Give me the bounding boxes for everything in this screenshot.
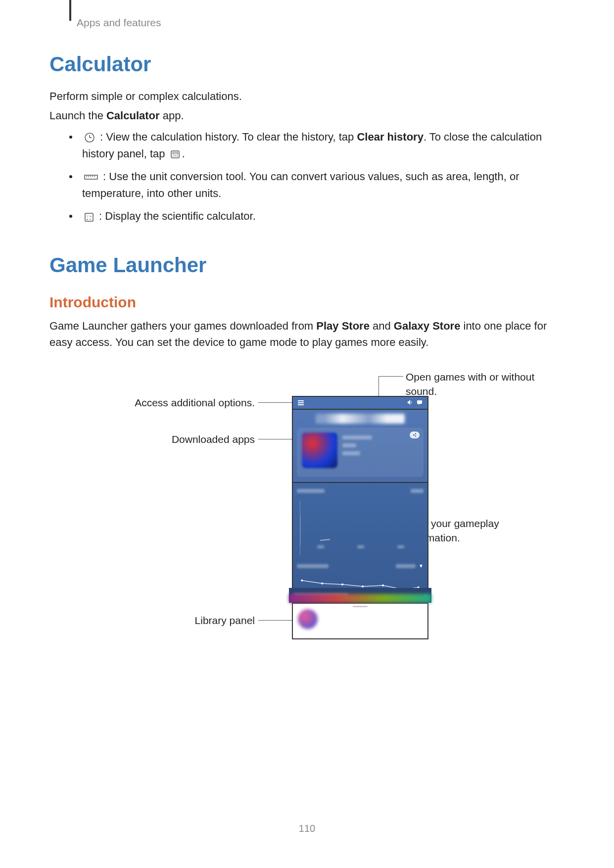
keypad-icon xyxy=(170,149,180,159)
header-breadcrumb: Apps and features xyxy=(0,0,614,29)
hamburger-icon xyxy=(298,400,304,405)
bullet-content: : Use the unit conversion tool. You can … xyxy=(82,168,565,202)
dropdown-triangle-icon: ▼ xyxy=(419,563,424,569)
page-content: Calculator Perform simple or complex cal… xyxy=(0,29,614,647)
svg-line-22 xyxy=(414,435,416,436)
bullet1-post: . xyxy=(182,147,185,160)
page-number: 110 xyxy=(0,823,614,834)
bullet-unit-convert: : Use the unit conversion tool. You can … xyxy=(69,168,565,202)
intro-pre: Game Launcher gathers your games downloa… xyxy=(49,320,316,332)
callout-library: Library panel xyxy=(114,614,255,627)
launch-bold: Calculator xyxy=(106,109,160,122)
calculator-launch-text: Launch the Calculator app. xyxy=(49,107,565,124)
svg-line-21 xyxy=(414,434,416,435)
callout-sound: Open games with or without sound. xyxy=(406,370,554,398)
gamelauncher-intro: Game Launcher gathers your games downloa… xyxy=(49,318,565,350)
bullet-dot-icon xyxy=(69,175,72,178)
stats-label xyxy=(297,564,329,568)
callout-downloaded: Downloaded apps xyxy=(114,433,255,446)
bullet-content: : View the calculation history. To clear… xyxy=(82,129,565,162)
clock-history-icon xyxy=(84,132,95,143)
calculator-heading: Calculator xyxy=(49,52,565,76)
launch-pre: Launch the xyxy=(49,109,106,122)
intro-mid: and xyxy=(370,320,394,332)
callout-options: Access additional options. xyxy=(114,396,255,410)
svg-rect-1 xyxy=(171,151,179,158)
svg-point-25 xyxy=(321,582,323,584)
stats-value xyxy=(411,489,424,493)
svg-point-4 xyxy=(175,155,176,156)
gamelauncher-figure: Open games with or without sound. Access… xyxy=(49,370,565,647)
svg-point-27 xyxy=(362,585,364,587)
svg-text:=: = xyxy=(90,218,92,221)
callout-line xyxy=(258,402,292,403)
library-app-icon xyxy=(298,609,318,629)
stats-label xyxy=(297,489,325,493)
bullet-history: : View the calculation history. To clear… xyxy=(69,129,565,162)
svg-text:e: e xyxy=(87,218,89,221)
recommend-gradient-preview xyxy=(289,594,431,603)
bullet-content: √ π e = : Display the scientific calcula… xyxy=(82,208,565,225)
downloaded-apps-section xyxy=(293,410,427,483)
svg-rect-17 xyxy=(417,400,422,404)
calculator-bullets: : View the calculation history. To clear… xyxy=(49,129,565,225)
game-launcher-section: Game Launcher Introduction Game Launcher… xyxy=(49,253,565,647)
calculator-intro: Perform simple or complex calculations. xyxy=(49,88,565,104)
chart-area-top xyxy=(300,501,421,555)
scientific-calc-icon: √ π e = xyxy=(84,212,94,222)
svg-point-3 xyxy=(173,155,174,156)
bullet1-bold: Clear history xyxy=(357,131,424,143)
ruler-icon xyxy=(84,173,98,181)
phone-mockup: ▼ xyxy=(292,396,428,639)
gamelauncher-subheading: Introduction xyxy=(49,294,565,311)
drag-handle-icon xyxy=(353,606,368,607)
svg-point-24 xyxy=(301,579,303,581)
bullet-dot-icon xyxy=(69,136,72,139)
callout-line xyxy=(378,376,403,377)
tick-label xyxy=(397,545,404,548)
stats-mid-row: ▼ xyxy=(297,563,424,569)
callout-line xyxy=(258,439,292,439)
share-icon xyxy=(410,432,420,438)
gameplay-stats-section: ▼ xyxy=(293,483,427,604)
bullet3-text: : Display the scientific calculator. xyxy=(96,210,256,222)
tick-label xyxy=(357,545,364,548)
stats-header xyxy=(297,489,424,493)
stats-value xyxy=(396,564,416,568)
bullet-dot-icon xyxy=(69,215,72,218)
callout-line xyxy=(258,620,292,621)
intro-bold1: Play Store xyxy=(316,320,370,332)
gamelauncher-heading: Game Launcher xyxy=(49,253,565,277)
phone-topbar xyxy=(293,397,427,410)
library-panel-section xyxy=(293,604,427,633)
tick-label xyxy=(317,545,324,548)
topbar-menu-icon xyxy=(298,400,304,405)
intro-bold2: Galaxy Store xyxy=(394,320,461,332)
bullet2-text: : Use the unit conversion tool. You can … xyxy=(82,170,520,199)
svg-point-5 xyxy=(177,155,178,156)
launch-post: app. xyxy=(160,109,184,122)
sound-icon xyxy=(407,399,413,406)
svg-rect-2 xyxy=(173,152,178,154)
game-card xyxy=(297,428,424,477)
game-card-text xyxy=(342,433,372,472)
chat-icon xyxy=(417,399,423,406)
game-title-placeholder xyxy=(316,414,405,424)
bullet1-pre: : View the calculation history. To clear… xyxy=(97,131,357,143)
game-app-icon xyxy=(302,433,337,468)
svg-point-26 xyxy=(341,583,343,585)
topbar-right-icons xyxy=(407,399,423,406)
bullet-scientific: √ π e = : Display the scientific calcula… xyxy=(69,208,565,225)
page-margin-mark xyxy=(69,0,71,21)
svg-point-28 xyxy=(382,584,384,586)
